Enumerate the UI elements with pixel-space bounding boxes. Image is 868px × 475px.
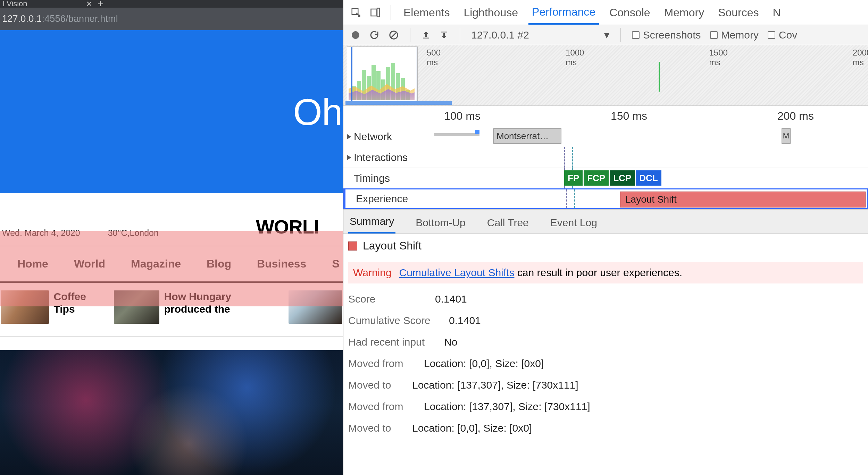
overview-ticks: 500 ms 1000 ms 1500 ms 2000 ms	[343, 48, 868, 67]
summary-row: Moved toLocation: [137,307], Size: [730x…	[348, 379, 863, 391]
story-thumb	[114, 290, 159, 324]
track-timings[interactable]: Timings FP FCP LCP DCL	[343, 168, 868, 188]
cls-doc-link[interactable]: Cumulative Layout Shifts	[399, 267, 515, 278]
timing-badges: FP FCP LCP DCL	[564, 170, 661, 186]
story-card[interactable]: Coffee Tips	[1, 290, 104, 324]
summary-warning: Warning Cumulative Layout Shifts can res…	[348, 262, 863, 283]
tab-sources[interactable]: Sources	[715, 1, 762, 24]
story-card[interactable]: How Hungary produced the	[114, 290, 279, 324]
subtab-event-log[interactable]: Event Log	[549, 212, 599, 234]
story-title: Coffee Tips	[54, 290, 104, 315]
summary-row: Had recent inputNo	[348, 336, 863, 348]
svg-point-3	[352, 31, 359, 39]
timing-badge-fcp[interactable]: FCP	[584, 170, 609, 186]
range-handle-right[interactable]	[417, 47, 418, 104]
summary-row: Score0.1401	[348, 293, 863, 305]
inspect-icon[interactable]	[350, 6, 362, 19]
page-banner: Oh	[0, 30, 343, 193]
subtab-summary[interactable]: Summary	[348, 211, 395, 234]
overview-activity-bar	[345, 101, 452, 105]
url-host: 127.0.0.1	[2, 14, 42, 24]
coverage-checkbox[interactable]: Cov	[768, 29, 797, 41]
record-button[interactable]	[351, 31, 360, 40]
layout-shift-swatch-icon	[348, 241, 357, 251]
download-button[interactable]	[440, 31, 449, 40]
tab-title: l Vision	[3, 0, 27, 8]
summary-row: Moved fromLocation: [137,307], Size: [73…	[348, 401, 863, 413]
tab-more[interactable]: N	[769, 1, 784, 24]
summary-row: Moved toLocation: [0,0], Size: [0x0]	[348, 422, 863, 434]
device-toggle-icon[interactable]	[369, 6, 382, 19]
site-brand: WORLI	[256, 215, 319, 238]
separator	[460, 28, 460, 42]
flame-ruler: 100 ms 150 ms 200 ms	[343, 106, 868, 126]
devtools-tabbar: Elements Lighthouse Performance Console …	[343, 0, 868, 25]
browser-window: l Vision × + 127.0.0.1:4556/banner.html …	[0, 0, 343, 475]
nav-item[interactable]: Magazine	[131, 257, 181, 270]
nav-item[interactable]: World	[74, 257, 105, 270]
address-bar[interactable]: 127.0.0.1:4556/banner.html	[0, 8, 343, 30]
tab-elements[interactable]: Elements	[400, 1, 453, 24]
flame-chart: 100 ms 150 ms 200 ms Network Montserrat……	[343, 106, 868, 210]
story-row: Coffee Tips How Hungary produced the	[0, 283, 343, 337]
nav-item[interactable]: S	[332, 257, 339, 270]
timing-badge-dcl[interactable]: DCL	[636, 170, 661, 186]
story-thumb	[289, 290, 342, 324]
track-experience[interactable]: Experience Layout Shift	[343, 188, 868, 209]
svg-rect-1	[371, 9, 376, 16]
track-network[interactable]: Network Montserrat… M	[343, 126, 868, 147]
network-request-bar[interactable]: M	[782, 128, 791, 144]
summary-pane: Layout Shift Warning Cumulative Layout S…	[343, 234, 868, 440]
nav-item[interactable]: Blog	[207, 257, 231, 270]
banner-text: Oh	[293, 90, 342, 134]
site-header: Wed. March 4, 2020 30°C,London WORLI	[0, 193, 343, 246]
tab-lighthouse[interactable]: Lighthouse	[460, 1, 521, 24]
tab-performance[interactable]: Performance	[528, 0, 599, 25]
hero-image	[0, 350, 343, 475]
memory-checkbox[interactable]: Memory	[710, 29, 759, 41]
overview-marker	[659, 62, 660, 92]
url-path: /banner.html	[66, 14, 118, 24]
warning-label: Warning	[353, 267, 392, 279]
network-request-bar[interactable]: Montserrat…	[493, 128, 561, 144]
target-label: 127.0.0.1 #2	[471, 29, 529, 41]
svg-rect-6	[441, 32, 447, 32]
subtab-bottom-up[interactable]: Bottom-Up	[414, 212, 467, 234]
nav-item[interactable]: Business	[257, 257, 306, 270]
disclosure-icon[interactable]	[347, 134, 351, 139]
overview-window[interactable]	[347, 46, 418, 105]
header-date: Wed. March 4, 2020	[2, 228, 80, 238]
url-port: :4556	[42, 14, 66, 24]
nav-item[interactable]: Home	[17, 257, 48, 270]
performance-toolbar: 127.0.0.1 #2 ▾ Screenshots Memory Cov	[343, 25, 868, 45]
warning-tail: can result in poor user experiences.	[514, 267, 682, 278]
svg-rect-5	[423, 37, 429, 38]
upload-button[interactable]	[422, 31, 431, 40]
tab-memory[interactable]: Memory	[661, 1, 708, 24]
browser-tabstrip: l Vision × +	[0, 0, 343, 8]
separator	[391, 5, 391, 20]
range-handle-left[interactable]	[351, 47, 352, 104]
header-weather: 30°C,London	[108, 228, 159, 238]
timing-badge-lcp[interactable]: LCP	[610, 170, 635, 186]
subtab-call-tree[interactable]: Call Tree	[486, 212, 530, 234]
site-nav: Home World Magazine Blog Business S	[0, 246, 343, 283]
target-select[interactable]: 127.0.0.1 #2	[471, 29, 533, 41]
layout-shift-event[interactable]: Layout Shift	[620, 192, 866, 207]
summary-row: Moved fromLocation: [0,0], Size: [0x0]	[348, 358, 863, 370]
overview-timeline[interactable]: 500 ms 1000 ms 1500 ms 2000 ms	[343, 45, 868, 106]
disclosure-icon[interactable]	[347, 155, 351, 160]
story-card[interactable]	[289, 290, 342, 324]
chevron-down-icon[interactable]: ▾	[604, 29, 609, 41]
separator	[410, 28, 410, 42]
screenshots-checkbox[interactable]: Screenshots	[632, 29, 701, 41]
story-title: How Hungary produced the	[164, 290, 279, 315]
summary-title: Layout Shift	[348, 239, 863, 252]
separator	[620, 28, 621, 42]
timing-badge-fp[interactable]: FP	[564, 170, 583, 186]
track-interactions[interactable]: Interactions	[343, 147, 868, 168]
clear-button[interactable]	[389, 30, 399, 40]
tab-console[interactable]: Console	[606, 1, 653, 24]
network-request-bar[interactable]	[434, 133, 479, 136]
reload-button[interactable]	[369, 30, 379, 40]
